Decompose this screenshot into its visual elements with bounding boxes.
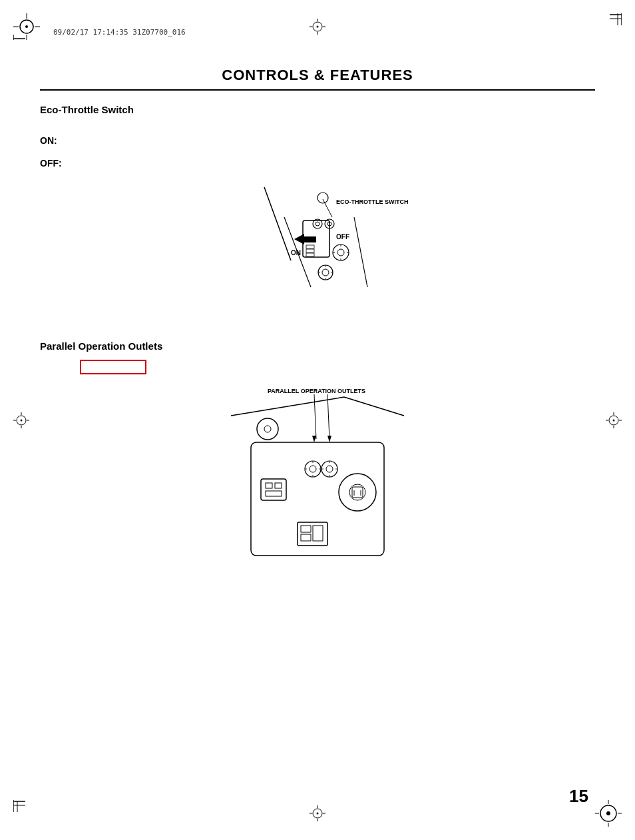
- svg-rect-106: [313, 526, 323, 541]
- svg-point-88: [321, 461, 337, 477]
- svg-rect-97: [266, 491, 282, 496]
- page-number: 15: [569, 786, 588, 807]
- svg-point-53: [316, 222, 319, 226]
- eco-throttle-section: Eco-Throttle Switch ON: OFF: ECO-THROTTL…: [40, 104, 595, 320]
- reg-mark-mid-right: [606, 412, 622, 428]
- svg-rect-57: [306, 249, 314, 252]
- svg-line-73: [231, 397, 344, 416]
- svg-point-80: [264, 426, 271, 432]
- svg-point-1: [25, 25, 28, 28]
- svg-point-66: [322, 269, 329, 276]
- parallel-operation-section: Parallel Operation Outlets PARALLEL OPER…: [40, 340, 595, 576]
- corner-mark-bottom-right: [595, 800, 622, 827]
- svg-point-82: [305, 461, 321, 477]
- svg-point-89: [326, 466, 333, 472]
- svg-point-48: [318, 193, 328, 203]
- svg-line-72: [354, 217, 367, 287]
- on-off-labels: ON: OFF:: [40, 135, 595, 169]
- svg-marker-77: [312, 436, 316, 442]
- on-label: ON:: [40, 135, 595, 146]
- red-rectangle-highlight: [80, 360, 146, 374]
- svg-line-47: [323, 199, 332, 217]
- svg-point-29: [21, 419, 23, 421]
- parallel-diagram: PARALLEL OPERATION OUTLETS: [211, 382, 424, 576]
- svg-rect-96: [275, 483, 282, 488]
- svg-line-75: [314, 394, 316, 439]
- on-diagram-label: ON: [291, 249, 301, 256]
- svg-point-35: [613, 419, 615, 421]
- eco-switch-label: ECO-THROTTLE SWITCH: [336, 199, 409, 205]
- parallel-diagram-label: PARALLEL OPERATION OUTLETS: [268, 388, 365, 394]
- svg-rect-100: [352, 487, 363, 498]
- svg-rect-105: [301, 534, 311, 541]
- svg-rect-81: [251, 442, 384, 556]
- parallel-diagram-container: PARALLEL OPERATION OUTLETS: [40, 382, 595, 576]
- svg-rect-58: [306, 253, 314, 256]
- corner-mark-top-left: [13, 13, 40, 40]
- page-title: CONTROLS & FEATURES: [40, 67, 595, 84]
- svg-point-23: [317, 26, 319, 28]
- svg-point-41: [317, 813, 319, 815]
- eco-throttle-diagram: ECO-THROTTLE SWITCH OFF ON: [224, 181, 411, 320]
- reg-mark-mid-left: [13, 412, 29, 428]
- eco-throttle-diagram-container: ECO-THROTTLE SWITCH OFF ON: [40, 181, 595, 320]
- svg-point-83: [310, 466, 316, 472]
- svg-point-79: [257, 418, 278, 440]
- svg-marker-78: [327, 436, 331, 442]
- svg-point-98: [339, 474, 376, 511]
- reg-mark-bottom-center: [310, 805, 325, 821]
- svg-point-60: [337, 249, 344, 256]
- svg-line-74: [344, 397, 404, 416]
- timestamp: 09/02/17 17:14:35 31Z07700_016: [53, 28, 186, 37]
- eco-throttle-heading: Eco-Throttle Switch: [40, 104, 595, 115]
- svg-rect-104: [301, 526, 311, 532]
- page: 09/02/17 17:14:35 31Z07700_016 CONTROLS …: [0, 0, 635, 840]
- parallel-operation-heading: Parallel Operation Outlets: [40, 340, 595, 352]
- svg-point-17: [606, 811, 610, 815]
- svg-rect-51: [304, 236, 316, 242]
- svg-rect-94: [261, 479, 286, 500]
- svg-rect-56: [306, 245, 314, 248]
- svg-rect-95: [266, 483, 272, 488]
- off-diagram-label: OFF: [336, 233, 349, 240]
- svg-point-65: [318, 265, 333, 280]
- svg-line-76: [327, 394, 329, 439]
- reg-mark-top-center: [310, 19, 325, 35]
- off-label: OFF:: [40, 158, 595, 169]
- corner-mark-top-right: [595, 13, 622, 40]
- svg-marker-50: [294, 234, 304, 244]
- corner-mark-bottom-left: [13, 800, 40, 827]
- svg-point-59: [333, 244, 349, 260]
- page-title-section: CONTROLS & FEATURES: [40, 67, 595, 91]
